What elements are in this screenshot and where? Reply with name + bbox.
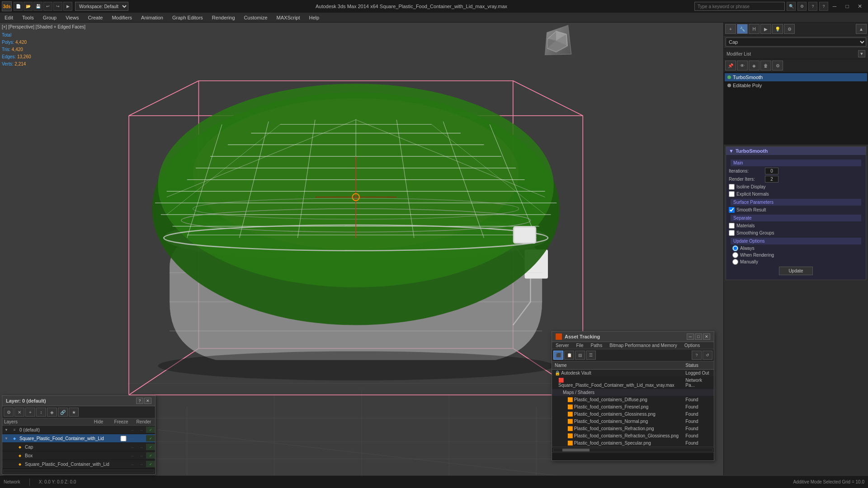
- layer-row-cap[interactable]: ◆ Cap -- -- ✓: [2, 443, 155, 451]
- search-input[interactable]: [694, 2, 785, 11]
- smoothing-groups-checkbox[interactable]: [729, 230, 735, 236]
- win-close-btn[interactable]: ✕: [854, 0, 866, 13]
- explicit-normals-checkbox[interactable]: [729, 191, 735, 197]
- modifier-list-dropdown-btn[interactable]: ▼: [858, 50, 865, 57]
- menu-edit[interactable]: Edit: [0, 13, 18, 23]
- menu-group[interactable]: Group: [38, 13, 61, 23]
- layer-scrollbar[interactable]: [2, 469, 155, 474]
- asset-menu-file[interactable]: File: [572, 342, 587, 349]
- asset-tb-btn3[interactable]: ▤: [575, 351, 585, 360]
- menu-help[interactable]: Help: [305, 13, 324, 23]
- layer-box-hide[interactable]: --: [128, 452, 137, 459]
- modify-panel-btn[interactable]: 🔧: [737, 24, 748, 34]
- layer-sqplastic-freeze[interactable]: --: [137, 461, 146, 467]
- asset-row-file[interactable]: 🟥 Square_Plastic_Food_Container_with_Lid…: [552, 377, 714, 389]
- layer-sqplastic-render[interactable]: ✓: [146, 461, 155, 467]
- asset-row-shaders[interactable]: Maps / Shaders: [552, 389, 714, 396]
- menu-customize[interactable]: Customize: [240, 13, 272, 23]
- layer-toolbar-highlight[interactable]: ★: [69, 408, 79, 417]
- asset-tb-btn2[interactable]: 📋: [564, 351, 574, 360]
- help-search-btn[interactable]: ?: [808, 2, 817, 11]
- asset-scrollbar[interactable]: [552, 447, 714, 452]
- search-btn[interactable]: 🔍: [787, 2, 796, 11]
- make-unique-btn[interactable]: ◈: [749, 61, 760, 70]
- stack-item-turbosmooth[interactable]: TurboSmooth: [725, 73, 867, 81]
- layer-container-hide[interactable]: --: [128, 435, 137, 441]
- menu-views[interactable]: Views: [61, 13, 83, 23]
- redo-btn[interactable]: ↪: [53, 2, 62, 11]
- layer-box-render[interactable]: ✓: [146, 452, 155, 459]
- undo-btn[interactable]: ↩: [43, 2, 52, 11]
- workspace-dropdown[interactable]: Workspace: Default: [75, 2, 128, 11]
- always-radio[interactable]: [732, 245, 738, 251]
- menu-create[interactable]: Create: [83, 13, 107, 23]
- asset-scroll-track[interactable]: [553, 448, 713, 452]
- win-minimize-btn[interactable]: ─: [828, 0, 841, 13]
- layer-row-box[interactable]: ◆ Box -- -- ✓: [2, 451, 155, 460]
- create-panel-btn[interactable]: +: [725, 24, 736, 34]
- panel-scroll-up[interactable]: ▲: [856, 24, 867, 34]
- update-btn[interactable]: Update: [779, 267, 812, 275]
- menu-rendering[interactable]: Rendering: [208, 13, 240, 23]
- layer-box-freeze[interactable]: --: [137, 452, 146, 459]
- menu-animation[interactable]: Animation: [137, 13, 168, 23]
- asset-row-diffuse[interactable]: 🟧 Plastic_food_containers_Diffuse.png Fo…: [552, 396, 714, 404]
- asset-refresh-btn[interactable]: ↺: [703, 351, 712, 360]
- isoline-checkbox[interactable]: [729, 184, 735, 190]
- layer-container-freeze[interactable]: --: [137, 435, 146, 441]
- asset-close-btn[interactable]: ✕: [703, 333, 710, 340]
- display-panel-btn[interactable]: 💡: [772, 24, 783, 34]
- save-file-btn[interactable]: 💾: [33, 2, 42, 11]
- layer-toolbar-delete[interactable]: ✕: [14, 408, 24, 417]
- show-end-result-btn[interactable]: 👁: [737, 61, 748, 70]
- pin-stack-btn[interactable]: 📌: [725, 61, 736, 70]
- open-file-btn[interactable]: 📂: [24, 2, 33, 11]
- layer-default-hide[interactable]: --: [128, 427, 137, 433]
- asset-row-specular[interactable]: 🟧 Plastic_food_containers_Specular.png F…: [552, 440, 714, 447]
- layer-container-render[interactable]: ✓: [146, 435, 155, 441]
- layer-cap-render[interactable]: ✓: [146, 444, 155, 450]
- layer-help-btn[interactable]: ?: [136, 398, 143, 404]
- motion-panel-btn[interactable]: ▶: [760, 24, 771, 34]
- modifier-name-dropdown[interactable]: Cap: [726, 38, 866, 47]
- layer-toolbar-merge[interactable]: ↕: [36, 408, 46, 417]
- win-restore-btn[interactable]: □: [841, 0, 854, 13]
- asset-menu-server[interactable]: Server: [552, 342, 572, 349]
- layer-row-sqplastic[interactable]: ◆ Square_Plastic_Food_Container_with_Lid…: [2, 460, 155, 469]
- layer-default-render[interactable]: ✓: [146, 427, 155, 433]
- asset-tb-btn1[interactable]: ⬛: [553, 351, 563, 360]
- asset-restore-btn[interactable]: □: [695, 333, 702, 340]
- iterations-input[interactable]: [765, 168, 778, 174]
- asset-minimize-btn[interactable]: ─: [687, 333, 694, 340]
- layer-row-default[interactable]: ▼ ≡ 0 (default) -- -- ✓: [2, 426, 155, 434]
- layer-default-freeze[interactable]: --: [137, 427, 146, 433]
- configure-sets-btn[interactable]: ⚙: [772, 61, 783, 70]
- asset-row-refraction[interactable]: 🟧 Plastic_food_containers_Refraction.png…: [552, 425, 714, 432]
- render-iters-input[interactable]: [765, 176, 778, 183]
- menu-tools[interactable]: Tools: [18, 13, 38, 23]
- asset-scroll-thumb[interactable]: [562, 449, 590, 451]
- asset-row-fresnel[interactable]: 🟧 Plastic_food_containers_Fresnel.png Fo…: [552, 404, 714, 411]
- asset-row-normal[interactable]: 🟧 Plastic_food_containers_Normal.png Fou…: [552, 418, 714, 425]
- menu-modifiers[interactable]: Modifiers: [107, 13, 137, 23]
- turbosmooth-header[interactable]: ▼ TurboSmooth: [726, 147, 866, 155]
- search-options-btn[interactable]: ⚙: [797, 2, 807, 11]
- layer-container-active[interactable]: [119, 436, 128, 441]
- hierarchy-panel-btn[interactable]: H: [749, 24, 760, 34]
- asset-menu-options[interactable]: Options: [681, 342, 703, 349]
- menu-maxscript[interactable]: MAXScript: [272, 13, 305, 23]
- asset-menu-paths[interactable]: Paths: [587, 342, 606, 349]
- layer-close-btn[interactable]: ✕: [144, 398, 151, 404]
- menu-graph-editors[interactable]: Graph Editors: [168, 13, 208, 23]
- smooth-result-checkbox[interactable]: [729, 207, 735, 213]
- render-btn[interactable]: ▶: [63, 2, 72, 11]
- layer-cap-freeze[interactable]: --: [137, 444, 146, 450]
- materials-checkbox[interactable]: [729, 223, 735, 229]
- layer-toolbar-settings[interactable]: ⚙: [4, 408, 14, 417]
- asset-help-btn[interactable]: ?: [692, 351, 702, 360]
- stack-item-editablepoly[interactable]: Editable Poly: [725, 81, 867, 89]
- layer-toolbar-link[interactable]: 🔗: [58, 408, 68, 417]
- layer-toolbar-add[interactable]: +: [25, 408, 35, 417]
- layer-toolbar-select[interactable]: ◈: [47, 408, 57, 417]
- asset-menu-bitmap[interactable]: Bitmap Performance and Memory: [606, 342, 681, 349]
